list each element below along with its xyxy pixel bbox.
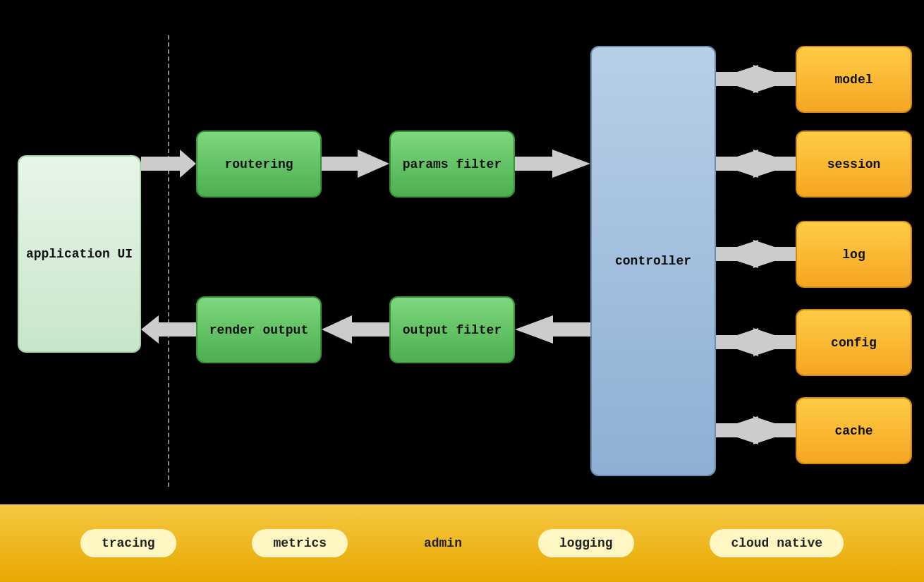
routering-node: routering <box>196 131 322 198</box>
arrow-controller-cache-left <box>716 416 796 444</box>
render-output-node: render output <box>196 296 322 363</box>
arrow-controller-config-left <box>716 328 796 356</box>
cache-node: cache <box>796 397 912 464</box>
bottom-cloud-native: cloud native <box>710 529 844 557</box>
session-node: session <box>796 131 912 198</box>
params-filter-node: params filter <box>389 131 515 198</box>
diagram-area: application UI routering params filter c… <box>0 0 924 504</box>
arrow-controller-session-right <box>716 150 796 178</box>
arrow-controller-model-left <box>716 65 796 93</box>
dashed-line <box>168 35 169 487</box>
bottom-metrics: metrics <box>252 529 348 557</box>
arrow-controller-log-left <box>716 240 796 268</box>
config-node: config <box>796 309 912 376</box>
arrow-controller-config-right <box>716 328 796 356</box>
bottom-tracing: tracing <box>80 529 176 557</box>
output-filter-node: output filter <box>389 296 515 363</box>
controller-node: controller <box>590 46 716 476</box>
bottom-logging: logging <box>538 529 634 557</box>
arrow-outputfilter-to-render <box>322 315 389 344</box>
application-ui-node: application UI <box>18 155 141 353</box>
arrow-routing-to-params <box>322 150 389 178</box>
model-node: model <box>796 46 912 113</box>
arrow-controller-log-right <box>716 240 796 268</box>
arrow-controller-session-left <box>716 150 796 178</box>
arrow-controller-model-right <box>716 65 796 93</box>
arrow-controller-to-outputfilter <box>515 315 590 344</box>
bottom-bar: tracing metrics admin logging cloud nati… <box>0 504 924 582</box>
arrow-params-to-controller <box>515 150 590 178</box>
log-node: log <box>796 221 912 288</box>
arrow-controller-cache-right <box>716 416 796 444</box>
bottom-admin: admin <box>424 536 462 550</box>
